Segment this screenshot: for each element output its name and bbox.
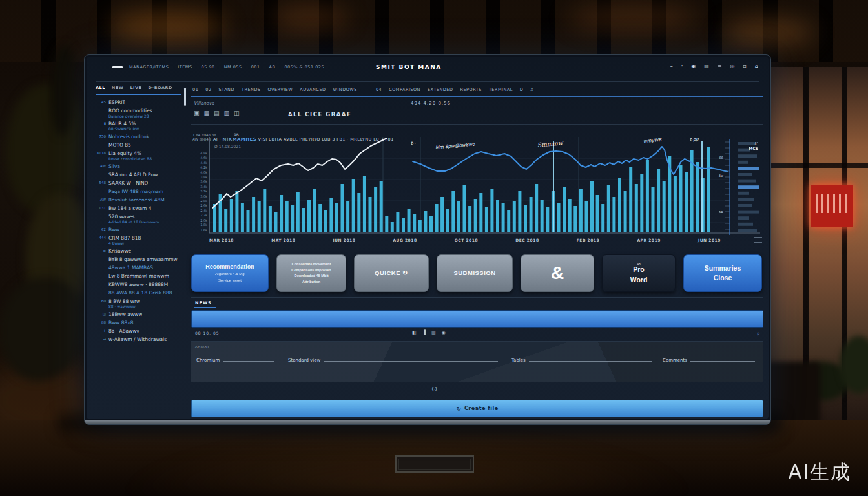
sidebar-item[interactable]: SRA mu 4 AELD Puw xyxy=(96,170,181,179)
stop-icon[interactable]: ▫ xyxy=(743,63,747,69)
minimize-icon[interactable]: – xyxy=(670,63,673,69)
menubar-underline xyxy=(191,96,763,97)
sidebar-item[interactable]: →w-A8awm / Withdrawals xyxy=(96,335,181,344)
form-field-chromium[interactable]: Chromium xyxy=(196,358,274,363)
consolidate-button[interactable]: Consolidate movementComparisons improved… xyxy=(276,254,346,292)
menubar-item[interactable]: OVERVIEW xyxy=(268,87,293,92)
sidebar-item[interactable]: ◫18Bww awww xyxy=(96,310,181,318)
sidebar-item[interactable]: 520 wavesAdded 84 at 18 Bremawm xyxy=(96,212,181,225)
menubar-item[interactable]: WINDOWS xyxy=(333,87,357,92)
sidebar-item[interactable]: 6018Lia equity 4%Rover consolidated 88 xyxy=(96,149,181,162)
titlebar-menu-item[interactable]: MANAGER/ITEMS xyxy=(129,65,169,70)
submission-button[interactable]: SUBMISSION xyxy=(437,254,513,292)
titlebar-menu-item[interactable]: 085% & 051 025 xyxy=(284,65,324,70)
menubar-item[interactable]: REPORTS xyxy=(460,87,481,92)
form-field-underline xyxy=(529,361,652,362)
menubar-item[interactable]: ADVANCED xyxy=(300,87,326,92)
menubar-item[interactable]: 02 xyxy=(205,87,211,92)
sidebar-scrollbar[interactable] xyxy=(184,88,186,106)
action-label: Algorithm 4.5 Mg xyxy=(215,272,244,277)
sidebar-item[interactable]: 548SAAKK W · NIND xyxy=(96,179,181,187)
sidebar-item[interactable]: Paga IW 488 magmam xyxy=(96,187,181,196)
sidebar-item[interactable]: Lw 8 Brammawl mawwm xyxy=(96,272,181,280)
sidebar-tab-all[interactable]: ALL xyxy=(96,85,105,90)
recommendation-button[interactable]: RecommendationAlgorithm 4.5 MgService as… xyxy=(191,254,269,292)
menubar-item[interactable]: STAND xyxy=(219,87,234,92)
sidebar-item[interactable]: 45ESPRIT xyxy=(96,98,181,107)
user-circle-icon[interactable]: ◉ xyxy=(691,63,696,69)
menubar-item[interactable]: COMPARISON xyxy=(389,87,420,92)
sidebar-item-label: ROO commodities xyxy=(108,108,152,114)
status-icon[interactable]: ▥ xyxy=(431,330,436,335)
sidebar-tab-live[interactable]: LIVE xyxy=(130,85,141,90)
titlebar-menu-item[interactable]: ITEMS xyxy=(178,65,192,70)
titlebar-menu-item[interactable]: 801 xyxy=(251,65,260,70)
sidebar-tab-d-board[interactable]: D-BOARD xyxy=(148,85,172,90)
sidebar-item[interactable]: AWSilva xyxy=(96,162,181,170)
form-field-tables[interactable]: Tables xyxy=(512,358,652,363)
menubar-item[interactable]: 01 xyxy=(192,87,198,92)
sidebar-item[interactable]: ▮BAUR 4 5%88 SWANER RW xyxy=(96,119,181,132)
menubar-item[interactable]: X xyxy=(530,87,533,92)
y-tick-label: 3.4k xyxy=(191,185,207,189)
quicke-button[interactable]: QUICKE↻ xyxy=(354,254,429,292)
news-tab[interactable]: NEWS xyxy=(195,300,212,305)
app-menu-icon[interactable] xyxy=(112,66,123,68)
menubar-item[interactable]: — xyxy=(364,87,369,92)
volume-bar xyxy=(435,204,439,232)
toolbar-icon[interactable]: ▥ xyxy=(224,110,230,116)
toolbar-icon[interactable]: ▤ xyxy=(214,110,220,116)
status-icon[interactable]: ▐ xyxy=(422,330,426,335)
sidebar-tab-new[interactable]: NEW xyxy=(112,85,124,90)
titlebar-menu-item[interactable]: AB xyxy=(269,65,276,70)
profile-button[interactable]: & xyxy=(521,254,594,292)
sidebar-item[interactable]: 031Bw 184 a swam 4 xyxy=(96,204,181,212)
sidebar-item[interactable]: 48wwa 1 MAMBAS xyxy=(96,264,181,272)
pro-word-button[interactable]: 48ProWord xyxy=(602,254,676,292)
sidebar-item[interactable]: KBWW8 awww · 88888M xyxy=(96,280,181,289)
menubar-item[interactable]: 04 xyxy=(376,87,382,92)
menubar-item[interactable]: D xyxy=(520,87,524,92)
status-icon[interactable]: ◧ xyxy=(412,330,417,335)
sidebar-item[interactable]: MOTO 85 xyxy=(96,141,181,149)
sidebar-item[interactable]: 750Nobrevis outlook xyxy=(96,132,181,141)
titlebar-menu-item[interactable]: 05 90 xyxy=(202,65,215,70)
sidebar-item[interactable]: 88 AWA 88 A 18 Grisk 888 xyxy=(96,289,181,297)
sidebar-item[interactable]: BYB 8 gawwwa amwaammw xyxy=(96,255,181,264)
notification-dot-icon[interactable]: · xyxy=(681,63,683,69)
grid-icon[interactable]: ▥ xyxy=(704,63,709,69)
menubar-item[interactable]: TERMINAL xyxy=(489,87,513,92)
status-icon[interactable]: ◉ xyxy=(442,330,446,335)
sidebar-item[interactable]: +8a · A8awwv xyxy=(96,327,181,335)
toolbar-icon[interactable]: ▦ xyxy=(204,110,210,116)
volume-bar xyxy=(579,189,583,232)
selected-row-bar[interactable] xyxy=(191,310,763,328)
chart-annotation: Mm 8pw@bw8wo xyxy=(435,141,475,150)
sidebar-item[interactable]: €2Bww xyxy=(96,225,181,234)
summaries-close-button[interactable]: SummariesClose xyxy=(683,254,762,292)
toolbar-icon[interactable]: ▣ xyxy=(194,110,200,116)
expand-circle-icon[interactable]: ⊙ xyxy=(431,385,437,393)
sidebar-item[interactable]: AWRevolut sameness 48M xyxy=(96,196,181,204)
sidebar-item[interactable]: 444CRM 887 8184 8www xyxy=(96,234,181,247)
list-icon[interactable]: ≡ xyxy=(718,63,722,69)
volume-bar xyxy=(369,197,372,232)
create-file-button[interactable]: ↻ Create file xyxy=(191,400,763,417)
sidebar-item[interactable]: 88Bww 88x8 xyxy=(96,318,181,327)
volume-bar xyxy=(518,191,521,232)
record-icon[interactable]: ◎ xyxy=(730,63,735,69)
form-field-comments[interactable]: Comments xyxy=(663,358,755,363)
menubar-item[interactable]: TRENDS xyxy=(242,87,261,92)
create-file-label: Create file xyxy=(464,406,499,411)
form-field-standard-view[interactable]: Standard view xyxy=(288,358,498,363)
section-divider xyxy=(191,341,763,342)
volume-bar xyxy=(385,216,388,232)
display-icon[interactable]: ⌂ xyxy=(755,63,758,69)
chart-scroll-hint[interactable] xyxy=(754,235,762,245)
toolbar-icon[interactable]: ◫ xyxy=(234,110,240,116)
sidebar-item[interactable]: ≡Krisawwe xyxy=(96,247,181,255)
menubar-item[interactable]: EXTENDED xyxy=(428,87,453,92)
sidebar-item[interactable]: ROO commoditiesBalance overview 28 xyxy=(96,107,181,119)
titlebar-menu-item[interactable]: NM 055 xyxy=(224,65,242,70)
sidebar-item[interactable]: 608 BW 88 wrw88 · wawwww xyxy=(96,297,181,310)
